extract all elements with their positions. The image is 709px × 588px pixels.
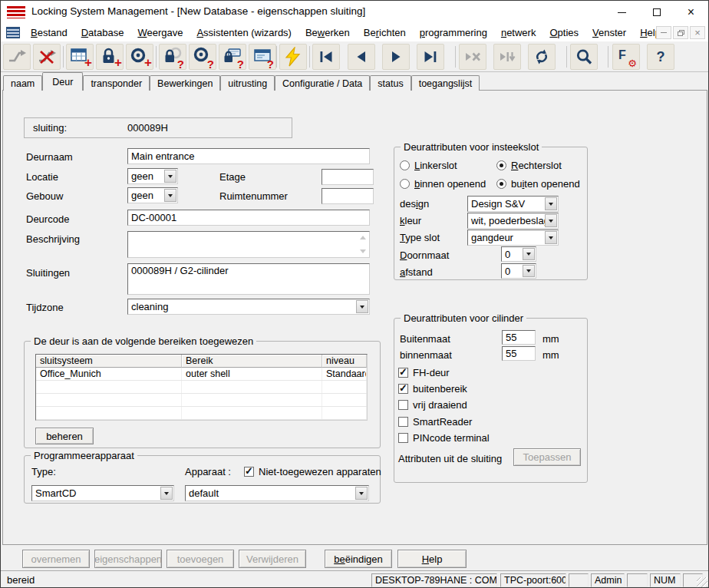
menu-item-weergave[interactable]: Weergave (130, 27, 190, 38)
beeindigen-button[interactable]: beëindigen (325, 550, 392, 568)
menu-item-berichten[interactable]: Berichten (357, 27, 413, 38)
deurnaam-input[interactable]: Main entrance (127, 148, 370, 164)
last-record-icon[interactable] (417, 44, 444, 70)
verwijderen-button[interactable]: Verwijderen (239, 550, 306, 568)
table-row[interactable]: Office_Munichouter shellStandaard (36, 368, 367, 381)
scroll-down-icon[interactable] (360, 249, 366, 253)
disconnect-icon[interactable] (33, 44, 61, 70)
tab-status[interactable]: status (370, 75, 411, 91)
menu-item-opties[interactable]: Opties (542, 27, 585, 38)
help-icon[interactable]: ? (647, 44, 674, 70)
tab-toegangslijst[interactable]: toegangslijst (411, 75, 480, 91)
programmer-type-select[interactable]: SmartCD (31, 485, 174, 501)
doornmaat-select[interactable]: 0 (501, 246, 536, 262)
chevron-down-icon[interactable] (545, 214, 557, 227)
chevron-down-icon[interactable] (545, 231, 557, 244)
tab-naam[interactable]: naam (3, 75, 42, 91)
chevron-down-icon[interactable] (523, 248, 535, 260)
checkbox-fh-deur[interactable]: FH-deur (398, 367, 450, 378)
design-select[interactable]: Design S&V (467, 196, 559, 212)
close-button[interactable]: × (674, 1, 708, 24)
type-slot-select[interactable]: gangdeur (467, 230, 559, 246)
radio-buiten-openend[interactable]: buiten openend (496, 178, 580, 190)
search-icon[interactable] (570, 44, 598, 70)
checkbox-vrij-draaiend[interactable]: vrij draaiend (398, 399, 467, 411)
minimize-button[interactable] (605, 1, 639, 24)
read-transponder-icon[interactable]: ? (189, 44, 216, 70)
chevron-down-icon[interactable] (355, 487, 368, 500)
chevron-down-icon[interactable] (160, 487, 173, 500)
chevron-down-icon[interactable] (164, 170, 176, 183)
tab-uitrusting[interactable]: uitrusting (220, 75, 275, 91)
mdi-minimize-button[interactable] (656, 26, 671, 39)
help-button[interactable]: Help (397, 550, 467, 568)
beheren-button[interactable]: beheren (35, 428, 94, 444)
bereiken-table[interactable]: sluitsysteemBereikniveauOffice_Munichout… (35, 354, 368, 421)
mdi-system-icon[interactable] (6, 27, 20, 38)
read-card-lock-icon[interactable]: ? (219, 44, 246, 70)
toevoegen-button[interactable]: toevoegen (167, 550, 234, 568)
checkbox-smartreader[interactable]: SmartReader (398, 416, 472, 428)
tab-transponder[interactable]: transponder (83, 75, 150, 91)
deurcode-input[interactable]: DC-00001 (127, 210, 370, 226)
mdi-restore-button[interactable] (673, 26, 688, 39)
program-icon[interactable] (279, 44, 307, 70)
menu-item-netwerk[interactable]: netwerk (494, 27, 543, 38)
sluiting-value: 000089H (127, 122, 168, 134)
first-record-icon[interactable] (312, 44, 340, 70)
save-record-icon[interactable] (493, 44, 521, 70)
checkbox-pincode-terminal[interactable]: PINcode terminal (398, 432, 490, 444)
checkbox-buitenbereik[interactable]: buitenbereik (398, 383, 467, 395)
radio-rechterslot[interactable]: Rechterslot (496, 160, 562, 171)
menu-item-database[interactable]: Database (74, 27, 131, 38)
connect-icon[interactable] (3, 44, 31, 70)
menu-item-bewerken[interactable]: Bewerken (298, 27, 357, 38)
read-network-icon[interactable]: ? (249, 44, 276, 70)
eigenschappen-button[interactable]: eigenschappen (94, 550, 162, 568)
new-locking-system-icon[interactable]: + (66, 44, 94, 70)
buitenmaat-input[interactable]: 55 (502, 330, 536, 345)
column-header-niveau[interactable]: niveau (322, 355, 367, 368)
ruimtenummer-input[interactable] (322, 188, 374, 204)
chevron-down-icon[interactable] (164, 189, 176, 202)
beschrijving-textarea[interactable] (127, 231, 370, 258)
chevron-down-icon[interactable] (523, 265, 535, 277)
menu-item-venster[interactable]: Venster (585, 27, 633, 38)
chevron-down-icon[interactable] (356, 300, 368, 313)
menu-item-bestand[interactable]: Bestand (24, 27, 74, 38)
gebouw-select[interactable]: geen (127, 187, 178, 203)
kleur-select[interactable]: wit, poederbeslag (467, 213, 559, 229)
new-transponder-icon[interactable]: + (126, 44, 153, 70)
tab-configuratie-data[interactable]: Configuratie / Data (275, 75, 370, 91)
maximize-button[interactable] (639, 1, 674, 24)
radio-linkerslot[interactable]: Linkerslot (400, 160, 457, 171)
checkbox-niet-toegewezen-apparaten[interactable]: Niet-toegewezen apparaten (244, 466, 381, 477)
menu-item-assistenten-wizards[interactable]: Assistenten (wizards) (190, 27, 298, 38)
locatie-select[interactable]: geen (127, 168, 178, 184)
chevron-down-icon[interactable] (545, 197, 557, 210)
prev-record-icon[interactable] (348, 44, 375, 70)
filter-settings-icon[interactable]: F ⚙ (612, 44, 640, 70)
new-lock-icon[interactable]: + (96, 44, 124, 70)
overnemen-button[interactable]: overnemen (22, 550, 90, 568)
mdi-close-button[interactable]: × (690, 26, 705, 39)
next-record-icon[interactable] (382, 44, 410, 70)
column-header-bereik[interactable]: Bereik (182, 355, 322, 368)
resize-grip[interactable] (697, 577, 707, 588)
radio-binnen-openend[interactable]: binnen openend (400, 178, 486, 190)
refresh-icon[interactable] (528, 44, 556, 70)
cancel-edit-icon[interactable] (459, 44, 486, 70)
tab-bewerkingen[interactable]: Bewerkingen (150, 75, 220, 91)
menu-item-programmering[interactable]: programmering (413, 27, 494, 38)
programmer-device-select[interactable]: default (185, 485, 369, 501)
binnenmaat-input[interactable]: 55 (502, 346, 536, 361)
sluitingen-listbox[interactable]: 000089H / G2-cilinder (127, 263, 370, 295)
tab-deur[interactable]: Deur (42, 72, 83, 91)
column-header-sluitsysteem[interactable]: sluitsysteem (36, 355, 182, 368)
toepassen-button[interactable]: Toepassen (513, 448, 581, 466)
scroll-up-icon[interactable] (360, 236, 366, 239)
etage-input[interactable] (322, 169, 374, 185)
tijdzone-select[interactable]: cleaning (127, 299, 370, 315)
read-lock-icon[interactable]: ? (159, 44, 186, 70)
afstand-select[interactable]: 0 (501, 263, 536, 279)
